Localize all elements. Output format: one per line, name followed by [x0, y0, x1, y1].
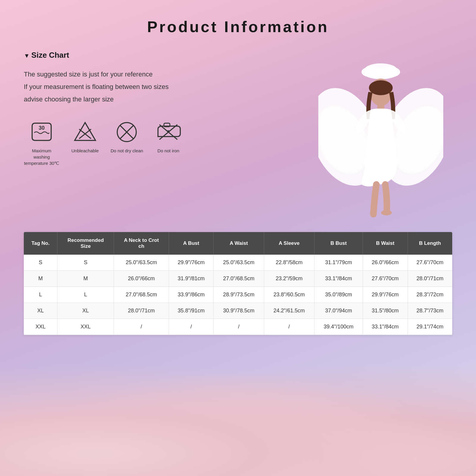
table-row: MM26.0"/66cm31.9"/81cm27.0"/68.5cm23.2"/…: [24, 271, 452, 287]
size-chart-heading: Size Chart: [24, 51, 226, 60]
table-cell: 27.0"/68.5cm: [114, 287, 169, 303]
model-figure-svg: [318, 54, 443, 220]
table-cell: 33.9"/86cm: [169, 287, 213, 303]
svg-text:30: 30: [39, 125, 45, 131]
col-b-bust: B Bust: [314, 232, 363, 255]
model-image-area: [309, 51, 452, 223]
fluffy-decoration: [0, 363, 476, 476]
care-symbols: 30 Maximum washingtemperature 30℃ Unblea…: [24, 120, 226, 166]
col-b-waist: B Waist: [363, 232, 408, 255]
table-cell: 27.6"/70cm: [363, 271, 408, 287]
table-cell: S: [57, 255, 114, 271]
col-a-waist: A Waist: [214, 232, 264, 255]
svg-point-18: [364, 68, 397, 79]
table-cell: L: [57, 287, 114, 303]
table-cell: XL: [24, 303, 57, 319]
bleach-icon: [73, 120, 97, 144]
wash-label: Maximum washingtemperature 30℃: [24, 148, 60, 166]
col-a-sleeve: A Sleeve: [264, 232, 314, 255]
size-table: Tag No. RecommendedSize A Neck to Crotch…: [24, 232, 452, 335]
table-cell: 26.0"/66cm: [363, 255, 408, 271]
table-cell: /: [169, 319, 213, 335]
col-a-bust: A Bust: [169, 232, 213, 255]
dry-clean-label: Do not dry clean: [111, 148, 143, 154]
table-cell: 30.9"/78.5cm: [214, 303, 264, 319]
size-table-wrapper: Tag No. RecommendedSize A Neck to Crotch…: [24, 232, 452, 335]
care-bleach: Unbleachable: [71, 120, 99, 154]
table-cell: M: [24, 271, 57, 287]
table-cell: 26.0"/66cm: [114, 271, 169, 287]
care-dry-clean: Do not dry clean: [111, 120, 143, 154]
table-cell: 28.0"/71cm: [114, 303, 169, 319]
table-cell: /: [114, 319, 169, 335]
care-iron: Do not iron: [155, 120, 182, 154]
table-cell: 31.5"/80cm: [363, 303, 408, 319]
table-row: XXLXXL////39.4"/100cm33.1"/84cm29.1"/74c…: [24, 319, 452, 335]
table-cell: 25.0"/63.5cm: [214, 255, 264, 271]
table-cell: 28.7"/73cm: [408, 303, 452, 319]
table-cell: XL: [57, 303, 114, 319]
table-header-row: Tag No. RecommendedSize A Neck to Crotch…: [24, 232, 452, 255]
table-cell: XXL: [57, 319, 114, 335]
table-cell: L: [24, 287, 57, 303]
table-row: XLXL28.0"/71cm35.8"/91cm30.9"/78.5cm24.2…: [24, 303, 452, 319]
table-cell: 29.9"/76cm: [169, 255, 213, 271]
svg-point-20: [369, 80, 393, 95]
col-tag-no: Tag No.: [24, 232, 57, 255]
table-cell: 33.1"/84cm: [363, 319, 408, 335]
col-b-length: B Length: [408, 232, 452, 255]
table-cell: S: [24, 255, 57, 271]
table-cell: 23.8"/60.5cm: [264, 287, 314, 303]
table-cell: 28.3"/72cm: [408, 287, 452, 303]
page-container: Product Information Size Chart The sugge…: [0, 0, 476, 476]
size-description: The suggested size is just for your refe…: [24, 68, 226, 105]
table-cell: 27.0"/68.5cm: [214, 271, 264, 287]
table-cell: 22.8"/58cm: [264, 255, 314, 271]
care-wash: 30 Maximum washingtemperature 30℃: [24, 120, 60, 166]
table-cell: 27.6"/70cm: [408, 255, 452, 271]
svg-marker-1: [75, 123, 95, 140]
table-cell: 29.9"/76cm: [363, 287, 408, 303]
bleach-label: Unbleachable: [71, 148, 99, 154]
table-cell: 35.0"/89cm: [314, 287, 363, 303]
table-cell: 35.8"/91cm: [169, 303, 213, 319]
table-cell: 31.1"/79cm: [314, 255, 363, 271]
desc-line-2: If your measurement is floating between …: [24, 81, 226, 93]
page-title: Product Information: [24, 12, 452, 36]
content-top: Size Chart The suggested size is just fo…: [24, 51, 452, 223]
table-body: SS25.0"/63.5cm29.9"/76cm25.0"/63.5cm22.8…: [24, 255, 452, 335]
left-content: Size Chart The suggested size is just fo…: [24, 51, 226, 166]
col-recommended-size: RecommendedSize: [57, 232, 114, 255]
table-cell: 24.2"/61.5cm: [264, 303, 314, 319]
dry-clean-icon: [115, 120, 139, 144]
table-cell: 33.1"/84cm: [314, 271, 363, 287]
table-cell: 37.0"/94cm: [314, 303, 363, 319]
table-row: SS25.0"/63.5cm29.9"/76cm25.0"/63.5cm22.8…: [24, 255, 452, 271]
table-cell: /: [264, 319, 314, 335]
table-cell: 31.9"/81cm: [169, 271, 213, 287]
table-cell: M: [57, 271, 114, 287]
wash-icon: 30: [30, 120, 54, 144]
svg-point-22: [381, 210, 392, 215]
col-neck-crotch: A Neck to Crotch: [114, 232, 169, 255]
iron-icon: [155, 120, 182, 144]
desc-line-1: The suggested size is just for your refe…: [24, 68, 226, 81]
table-cell: /: [214, 319, 264, 335]
desc-line-3: advise choosing the larger size: [24, 93, 226, 106]
table-cell: 29.1"/74cm: [408, 319, 452, 335]
table-cell: 28.0"/71cm: [408, 271, 452, 287]
table-cell: 28.9"/73.5cm: [214, 287, 264, 303]
table-cell: 25.0"/63.5cm: [114, 255, 169, 271]
iron-label: Do not iron: [157, 148, 179, 154]
table-cell: XXL: [24, 319, 57, 335]
table-cell: 23.2"/59cm: [264, 271, 314, 287]
footnote: (Measurements shown in the size chart re…: [125, 447, 351, 455]
table-row: LL27.0"/68.5cm33.9"/86cm28.9"/73.5cm23.8…: [24, 287, 452, 303]
table-cell: 39.4"/100cm: [314, 319, 363, 335]
